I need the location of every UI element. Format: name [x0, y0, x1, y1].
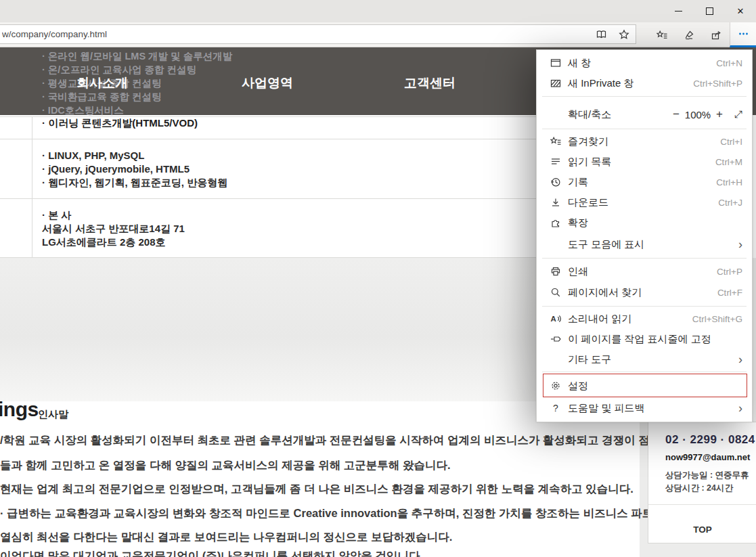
- browser-window: ✕ w/company/company.html: [0, 0, 756, 557]
- favorites-star-icon: [549, 136, 562, 148]
- table-border: [0, 198, 536, 199]
- divider: [648, 504, 756, 505]
- share-button[interactable]: [703, 22, 730, 47]
- more-ellipsis-icon: [738, 28, 749, 39]
- contact-box: 02 · 2299 · 0824 now9977@daum.net 상담가능일 …: [648, 422, 756, 543]
- contact-email: now9977@daum.net: [665, 452, 750, 462]
- greeting-line: · 급변하는 교육환경과 교육시장의 변화와 창조적 마인드로 Creative…: [0, 506, 687, 521]
- minimize-button[interactable]: [663, 0, 694, 22]
- tech-line: · LINUX, PHP, MySQL: [42, 149, 227, 162]
- settings-gear-icon: [549, 380, 562, 392]
- fullscreen-icon[interactable]: ⤢: [734, 108, 742, 120]
- menu-item-more-tools[interactable]: 기타 도구 ›: [537, 349, 752, 370]
- greeting-title-en: ings: [0, 398, 39, 421]
- service-item: · 평생교육시설 종합 컨설팅: [42, 77, 232, 91]
- nav-item-customer[interactable]: 고객센터: [404, 74, 455, 92]
- find-magnifier-icon: [549, 287, 562, 298]
- menu-separator: [542, 129, 747, 129]
- browser-toolbar: w/company/company.html: [0, 22, 756, 47]
- tech-line: · jQuery, jQuerymobile, HTML5: [42, 162, 227, 176]
- pin-icon: [549, 334, 562, 345]
- menu-item-reading-list[interactable]: 읽기 목록 Ctrl+M: [537, 152, 752, 172]
- close-icon: ✕: [737, 6, 744, 16]
- hub-icon: [657, 30, 668, 41]
- menu-separator: [542, 96, 747, 97]
- help-icon: ?: [549, 403, 562, 414]
- url-text[interactable]: w/company/company.html: [2, 29, 590, 39]
- title-bar: [0, 0, 756, 22]
- menu-item-settings[interactable]: 설정: [537, 376, 752, 396]
- service-item: · IDC호스팅서비스: [42, 104, 232, 118]
- service-item: · 국비환급교육 종합 컨설팅: [42, 91, 232, 104]
- new-window-icon: [549, 58, 562, 69]
- chevron-right-icon: ›: [738, 402, 742, 414]
- menu-item-find-on-page[interactable]: 페이지에서 찾기 Ctrl+F: [537, 282, 752, 303]
- menu-item-help-feedback[interactable]: ? 도움말 및 피드백 ›: [537, 398, 752, 418]
- favorite-star-icon[interactable]: [613, 25, 636, 43]
- menu-item-read-aloud[interactable]: A 소리내어 읽기 Ctrl+Shift+G: [537, 309, 752, 329]
- menu-item-pin-to-taskbar[interactable]: 이 페이지를 작업 표시줄에 고정: [537, 329, 752, 349]
- contact-phone: 02 · 2299 · 0824: [665, 433, 755, 447]
- hub-button[interactable]: [648, 22, 675, 47]
- nav-item-business[interactable]: 사업영역: [242, 74, 293, 92]
- history-clock-icon: [549, 177, 562, 188]
- download-icon: [549, 197, 562, 208]
- menu-item-history[interactable]: 기록 Ctrl+H: [537, 172, 752, 192]
- maximize-icon: [706, 7, 713, 15]
- office-line: 서울시 서초구 반포대로14길 71: [42, 222, 185, 236]
- read-aloud-icon: A: [549, 313, 562, 325]
- zoom-in-button[interactable]: +: [713, 108, 726, 121]
- office-line: · 본 사: [42, 208, 185, 222]
- browser-more-menu: 새 창 Ctrl+N 새 InPrivate 창 Ctrl+Shift+P 확대…: [536, 49, 753, 422]
- web-note-pen-icon: [684, 30, 695, 41]
- scroll-top-button[interactable]: TOP: [648, 516, 756, 543]
- extensions-puzzle-icon: [549, 217, 562, 229]
- greeting-line: 들과 함께 고민하고 온 열정을 다해 양질의 교육서비스의 제공을 위해 고군…: [0, 458, 451, 473]
- menu-item-extensions[interactable]: 확장: [537, 213, 752, 233]
- menu-item-new-window[interactable]: 새 창 Ctrl+N: [537, 53, 752, 73]
- chevron-right-icon: ›: [738, 353, 742, 365]
- menu-item-favorites[interactable]: 즐겨찾기 Ctrl+I: [537, 131, 752, 152]
- minimize-icon: [675, 11, 682, 12]
- menu-separator: [542, 258, 747, 259]
- menu-item-downloads[interactable]: 다운로드 Ctrl+J: [537, 192, 752, 213]
- menu-item-print[interactable]: 인쇄 Ctrl+P: [537, 261, 752, 282]
- tech-cell: · LINUX, PHP, MySQL · jQuery, jQuerymobi…: [42, 149, 227, 190]
- chevron-right-icon: ›: [738, 238, 742, 250]
- maximize-button[interactable]: [694, 0, 725, 22]
- more-button[interactable]: [730, 22, 756, 47]
- service-item: · 온/오프라인 교육사업 종합 컨설팅: [42, 64, 232, 77]
- zoom-level: 100%: [683, 109, 713, 120]
- reading-list-icon: [549, 156, 562, 168]
- greeting-title-ko: 인사말: [38, 408, 68, 421]
- menu-item-zoom: 확대/축소 − 100% + ⤢: [537, 104, 752, 125]
- address-bar[interactable]: w/company/company.html: [0, 24, 636, 44]
- print-icon: [549, 266, 562, 277]
- nav-item-company[interactable]: 회사소개: [76, 74, 128, 92]
- office-cell: · 본 사 서울시 서초구 반포대로14길 71 LG서초에클라트 2층 208…: [42, 208, 185, 249]
- tech-line: · 웹디자인, 웹기획, 웹표준코딩, 반응형웹: [42, 176, 227, 190]
- office-line: LG서초에클라트 2층 208호: [42, 236, 185, 249]
- inprivate-icon: [549, 78, 562, 89]
- table-border: [0, 139, 536, 139]
- menu-separator: [542, 372, 747, 372]
- contact-days: 상담가능일 : 연중무휴: [665, 470, 749, 481]
- greeting-line: /학원 교육 시장의 활성화되기 이전부터 최초로 관련 솔루션개발과 전문컨설…: [0, 433, 675, 448]
- svg-text:A: A: [550, 315, 556, 323]
- share-icon: [711, 30, 722, 41]
- service-item-elearning: · 이러닝 콘텐츠개발(HTML5/VOD): [42, 117, 198, 130]
- zoom-out-button[interactable]: −: [669, 108, 683, 121]
- menu-item-new-inprivate[interactable]: 새 InPrivate 창 Ctrl+Shift+P: [537, 73, 752, 93]
- web-note-button[interactable]: [675, 22, 703, 47]
- contact-hours: 상담시간 : 24시간: [665, 483, 733, 494]
- greeting-line: 열심히 최선을 다한다는 말대신 결과로 보여드리는 나우컴퍼니의 정신으로 보…: [0, 530, 452, 545]
- close-button[interactable]: ✕: [725, 0, 756, 22]
- services-list-background: · 온라인 웹/모바일 LMS 개발 및 솔루션개발 · 온/오프라인 교육사업…: [42, 50, 232, 118]
- service-item: · 온라인 웹/모바일 LMS 개발 및 솔루션개발: [42, 50, 232, 64]
- table-border: [32, 116, 32, 257]
- menu-separator: [542, 306, 747, 307]
- greeting-line: 이었다면 많은 대기업과 교육전문기업이 (주)나우컴퍼니를 선택하지 않았을 …: [0, 549, 423, 557]
- reading-view-book-icon[interactable]: [590, 25, 613, 43]
- menu-item-show-in-toolbar[interactable]: 도구 모음에 표시 ›: [537, 234, 752, 254]
- greeting-line: 현재는 업계 최고의 전문기업으로 인정받으며, 고객님들께 좀 더 나은 비즈…: [0, 482, 633, 497]
